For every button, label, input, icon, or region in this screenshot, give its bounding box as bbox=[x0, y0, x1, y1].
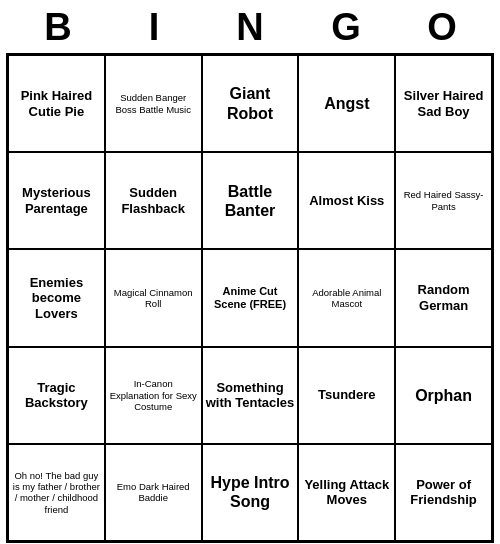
bingo-cell-6: Sudden Flashback bbox=[105, 152, 202, 249]
bingo-cell-18: Tsundere bbox=[298, 347, 395, 444]
bingo-cell-7: Battle Banter bbox=[202, 152, 299, 249]
bingo-cell-14: Random German bbox=[395, 249, 492, 346]
bingo-cell-11: Magical Cinnamon Roll bbox=[105, 249, 202, 346]
bingo-cell-2: Giant Robot bbox=[202, 55, 299, 152]
bingo-letter-n: N bbox=[222, 6, 278, 49]
bingo-cell-10: Enemies become Lovers bbox=[8, 249, 105, 346]
bingo-cell-0: Pink Haired Cutie Pie bbox=[8, 55, 105, 152]
bingo-cell-22: Hype Intro Song bbox=[202, 444, 299, 541]
bingo-header: BINGO bbox=[10, 0, 490, 53]
bingo-cell-12: Anime Cut Scene (FREE) bbox=[202, 249, 299, 346]
bingo-cell-1: Sudden Banger Boss Battle Music bbox=[105, 55, 202, 152]
bingo-cell-8: Almost Kiss bbox=[298, 152, 395, 249]
bingo-cell-24: Power of Friendship bbox=[395, 444, 492, 541]
bingo-cell-4: Silver Haired Sad Boy bbox=[395, 55, 492, 152]
bingo-letter-b: B bbox=[30, 6, 86, 49]
bingo-letter-o: O bbox=[414, 6, 470, 49]
bingo-letter-g: G bbox=[318, 6, 374, 49]
bingo-cell-20: Oh no! The bad guy is my father / brothe… bbox=[8, 444, 105, 541]
bingo-cell-13: Adorable Animal Mascot bbox=[298, 249, 395, 346]
bingo-cell-19: Orphan bbox=[395, 347, 492, 444]
bingo-cell-15: Tragic Backstory bbox=[8, 347, 105, 444]
bingo-cell-23: Yelling Attack Moves bbox=[298, 444, 395, 541]
bingo-cell-3: Angst bbox=[298, 55, 395, 152]
bingo-grid: Pink Haired Cutie PieSudden Banger Boss … bbox=[6, 53, 494, 543]
bingo-cell-16: In-Canon Explanation for Sexy Costume bbox=[105, 347, 202, 444]
bingo-cell-17: Something with Tentacles bbox=[202, 347, 299, 444]
bingo-cell-5: Mysterious Parentage bbox=[8, 152, 105, 249]
bingo-letter-i: I bbox=[126, 6, 182, 49]
bingo-cell-9: Red Haired Sassy-Pants bbox=[395, 152, 492, 249]
bingo-cell-21: Emo Dark Haired Baddie bbox=[105, 444, 202, 541]
